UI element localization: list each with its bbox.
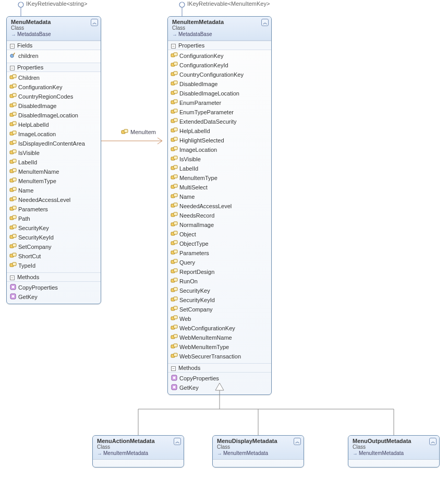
svg-rect-59 xyxy=(174,81,177,84)
svg-rect-11 xyxy=(13,93,16,97)
svg-rect-119 xyxy=(173,377,175,379)
svg-rect-53 xyxy=(174,53,177,56)
prop-icon xyxy=(9,102,17,109)
svg-rect-75 xyxy=(174,156,177,159)
property-item: ExtendedDataSecurity xyxy=(168,117,271,126)
svg-point-0 xyxy=(18,2,23,7)
prop-icon xyxy=(9,139,17,147)
svg-rect-65 xyxy=(174,109,177,112)
section-properties[interactable]: −Properties xyxy=(7,63,101,72)
class-base: →MetadataBase xyxy=(11,31,98,38)
prop-icon xyxy=(9,111,17,118)
member-label: EnumTypeParameter xyxy=(179,109,234,115)
property-item: DisabledImageLocation xyxy=(168,89,271,98)
section-methods[interactable]: −Methods xyxy=(168,363,271,373)
class-header: MenuActionMetadata Class →MenuItemMetada… xyxy=(93,436,184,460)
section-properties[interactable]: −Properties xyxy=(168,41,271,50)
member-label: ObjectType xyxy=(179,241,209,247)
collapse-button[interactable]: ︽ xyxy=(429,438,437,445)
prop-icon xyxy=(171,61,178,68)
svg-rect-9 xyxy=(13,84,16,87)
collapse-button[interactable]: ︽ xyxy=(261,19,269,26)
property-item: DisabledImage xyxy=(7,101,101,111)
arrow-icon: → xyxy=(217,451,222,456)
member-label: WebConfigurationKey xyxy=(179,325,235,331)
arrow-icon: → xyxy=(11,32,16,37)
property-item: DisabledImage xyxy=(168,79,271,89)
member-label: MenuItemType xyxy=(18,178,56,184)
member-label: children xyxy=(18,53,39,59)
member-label: Object xyxy=(179,231,196,237)
member-label: MenuItemType xyxy=(179,175,217,181)
class-header: MenuDisplayMetadata Class →MenuItemMetad… xyxy=(213,436,304,460)
property-item: Path xyxy=(7,214,101,223)
svg-rect-97 xyxy=(174,259,177,262)
method-icon xyxy=(171,384,178,391)
prop-icon xyxy=(171,108,178,115)
member-label: MultiSelect xyxy=(179,184,208,190)
svg-rect-89 xyxy=(174,222,177,225)
prop-icon xyxy=(9,92,17,100)
minus-icon: − xyxy=(10,44,15,49)
svg-rect-61 xyxy=(174,90,177,93)
property-item: SecurityKeyId xyxy=(168,295,271,305)
member-label: WebSecurerTransaction xyxy=(179,353,241,360)
svg-rect-79 xyxy=(174,175,177,178)
svg-rect-41 xyxy=(13,234,16,237)
svg-rect-39 xyxy=(13,225,16,228)
class-menudisplaymetadata: MenuDisplayMetadata Class →MenuItemMetad… xyxy=(212,435,304,468)
svg-rect-71 xyxy=(174,137,177,140)
section-title: Fields xyxy=(17,42,32,49)
member-label: CopyProperties xyxy=(179,375,219,381)
member-label: Children xyxy=(18,75,40,81)
member-label: NeedsRecord xyxy=(179,212,214,219)
svg-rect-109 xyxy=(174,316,177,319)
property-item: HighlightSelected xyxy=(168,136,271,145)
member-label: SecurityKey xyxy=(18,225,49,231)
member-label: RunOn xyxy=(179,278,198,284)
svg-rect-81 xyxy=(174,184,177,187)
collapse-button[interactable]: ︽ xyxy=(174,438,181,445)
member-label: EnumParameter xyxy=(179,100,221,106)
section-fields[interactable]: −Fields xyxy=(7,41,101,50)
svg-rect-63 xyxy=(174,100,177,103)
member-label: ImageLocation xyxy=(179,147,217,153)
member-label: SecurityKeyId xyxy=(179,297,215,303)
collapse-button[interactable]: ︽ xyxy=(91,19,98,26)
property-item: SecurityKey xyxy=(7,223,101,233)
svg-rect-105 xyxy=(174,297,177,300)
property-item: Name xyxy=(168,192,271,201)
property-item: IsDisplayedInContentArea xyxy=(7,139,101,148)
member-label: ExtendedDataSecurity xyxy=(179,118,236,125)
prop-icon xyxy=(171,305,178,313)
member-label: ImageLocation xyxy=(18,131,56,137)
property-item: Web xyxy=(168,314,271,324)
prop-icon xyxy=(171,146,178,153)
property-item: ConfigurationKeyId xyxy=(168,61,271,70)
property-item: MultiSelect xyxy=(168,183,271,192)
prop-icon xyxy=(9,186,17,194)
member-label: SetCompany xyxy=(18,244,52,250)
section-title: Methods xyxy=(17,274,39,280)
prop-icon xyxy=(171,155,178,162)
prop-icon xyxy=(171,221,178,228)
svg-rect-45 xyxy=(13,253,16,256)
svg-rect-115 xyxy=(174,344,177,347)
class-menuitemmetadata: MenuItemMetadata Class →MetadataBase ︽ −… xyxy=(167,16,272,395)
svg-rect-113 xyxy=(174,334,177,338)
property-item: DisabledImageLocation xyxy=(7,111,101,120)
method-icon xyxy=(9,283,17,291)
minus-icon: − xyxy=(171,44,176,49)
property-item: TypeId xyxy=(7,261,101,270)
collapse-button[interactable]: ︽ xyxy=(294,438,301,445)
method-item: CopyProperties xyxy=(168,374,271,383)
lollipop-icon xyxy=(18,2,24,17)
member-label: HighlightSelected xyxy=(179,137,224,143)
minus-icon: − xyxy=(10,66,15,70)
member-label: LabelId xyxy=(18,159,37,165)
property-item: Object xyxy=(168,230,271,239)
property-icon xyxy=(121,128,128,136)
section-methods[interactable]: −Methods xyxy=(7,272,101,282)
prop-icon xyxy=(9,233,17,241)
svg-rect-55 xyxy=(174,62,177,65)
